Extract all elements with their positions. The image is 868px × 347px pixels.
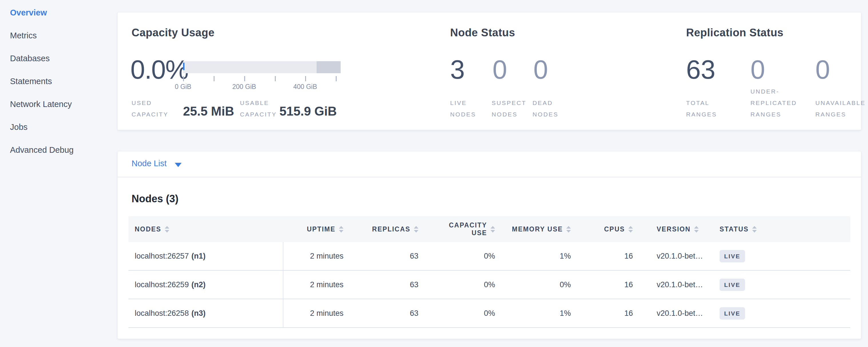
uptime-cell: 2 minutes <box>283 242 343 270</box>
column-header-nodes[interactable]: NODES <box>128 216 283 242</box>
unavailable-ranges-label: UNAVAILABLE RANGES <box>815 97 868 120</box>
gauge-tick <box>214 76 215 81</box>
replicas-cell: 63 <box>343 299 418 327</box>
used-capacity-value: 25.5 MiB <box>183 104 234 119</box>
capacity-use-cell: 0% <box>418 271 495 298</box>
cpus-cell: 16 <box>571 299 633 327</box>
capacity-gauge-track <box>183 61 341 73</box>
column-header-version[interactable]: VERSION <box>633 216 718 242</box>
status-cell: LIVE <box>718 242 850 270</box>
node-list-card: Node List Nodes (3) NODES UPTIME REPLICA… <box>117 151 861 339</box>
uptime-cell: 2 minutes <box>283 271 343 298</box>
sort-icon[interactable] <box>628 226 633 232</box>
replicas-cell: 63 <box>343 242 418 270</box>
uptime-cell: 2 minutes <box>283 299 343 327</box>
memory-use-cell: 1% <box>495 299 571 327</box>
capacity-use-cell: 0% <box>418 242 495 270</box>
table-row: localhost:26258(n3) 2 minutes 63 0% 1% 1… <box>128 299 850 328</box>
gauge-tick-label: 0 GiB <box>175 83 191 91</box>
total-ranges-label: TOTAL RANGES <box>686 97 732 120</box>
column-header-memory-use[interactable]: MEMORY USE <box>495 216 571 242</box>
gauge-tick <box>305 76 306 81</box>
capacity-usage-title: Capacity Usage <box>131 27 215 39</box>
column-header-status[interactable]: STATUS <box>718 216 850 242</box>
dead-nodes-label: DEAD NODES <box>532 97 571 120</box>
capacity-use-cell: 0% <box>418 299 495 327</box>
column-header-cpus[interactable]: CPUS <box>571 216 633 242</box>
sort-icon[interactable] <box>414 226 418 232</box>
nodes-table: NODES UPTIME REPLICAS CAPACITY USE MEMOR… <box>128 216 850 328</box>
capacity-gauge-ticks <box>183 76 341 83</box>
sidebar-item-overview[interactable]: Overview <box>10 8 107 31</box>
sidebar-item-metrics[interactable]: Metrics <box>10 31 107 54</box>
unavailable-ranges-count: 0 <box>815 55 830 84</box>
capacity-gauge: 0 GiB200 GiB400 GiB <box>183 61 341 92</box>
suspect-nodes-label: SUSPECT NODES <box>492 97 532 120</box>
sidebar-item-statements[interactable]: Statements <box>10 76 107 99</box>
gauge-tick <box>244 76 245 81</box>
nodes-table-header: NODES UPTIME REPLICAS CAPACITY USE MEMOR… <box>128 216 850 242</box>
node-status-title: Node Status <box>450 27 515 39</box>
sidebar: Overview Metrics Databases Statements Ne… <box>10 8 107 168</box>
under-replicated-ranges-label: UNDER-REPLICATED RANGES <box>750 86 812 120</box>
version-cell: v20.1.0-bet… <box>633 242 718 270</box>
under-replicated-ranges-count: 0 <box>750 55 765 84</box>
status-badge: LIVE <box>719 250 745 262</box>
usable-capacity-value: 515.9 GiB <box>279 104 337 119</box>
memory-use-cell: 0% <box>495 271 571 298</box>
sort-icon[interactable] <box>566 226 571 232</box>
node-list-dropdown[interactable]: Node List <box>118 151 861 177</box>
sort-icon[interactable] <box>694 226 699 232</box>
version-cell: v20.1.0-bet… <box>633 271 718 298</box>
sidebar-item-databases[interactable]: Databases <box>10 54 107 76</box>
dead-nodes-count: 0 <box>533 55 548 84</box>
node-link[interactable]: localhost:26257(n1) <box>128 242 283 270</box>
version-cell: v20.1.0-bet… <box>633 299 718 327</box>
nodes-table-title: Nodes (3) <box>131 193 179 205</box>
sort-icon[interactable] <box>491 226 495 232</box>
node-list-dropdown-label: Node List <box>131 159 167 168</box>
node-link[interactable]: localhost:26259(n2) <box>128 271 283 298</box>
sort-icon[interactable] <box>339 226 343 232</box>
capacity-gauge-other-segment <box>317 61 341 73</box>
used-capacity-label: USED CAPACITY <box>131 97 182 120</box>
capacity-gauge-labels: 0 GiB200 GiB400 GiB <box>183 83 341 92</box>
gauge-tick-label: 400 GiB <box>293 83 317 91</box>
sidebar-item-network-latency[interactable]: Network Latency <box>10 99 107 122</box>
sort-icon[interactable] <box>752 226 757 232</box>
cpus-cell: 16 <box>571 271 633 298</box>
replication-status-title: Replication Status <box>686 27 784 39</box>
gauge-tick <box>336 76 337 81</box>
column-header-replicas[interactable]: REPLICAS <box>343 216 418 242</box>
chevron-down-icon <box>175 163 182 167</box>
status-cell: LIVE <box>718 271 850 298</box>
live-nodes-count: 3 <box>450 55 465 84</box>
status-badge: LIVE <box>719 279 745 291</box>
nodes-table-body: localhost:26257(n1) 2 minutes 63 0% 1% 1… <box>128 242 850 328</box>
column-header-capacity-use[interactable]: CAPACITY USE <box>418 216 495 242</box>
capacity-gauge-used-marker <box>183 63 184 70</box>
status-badge: LIVE <box>719 307 745 319</box>
gauge-tick <box>183 76 184 81</box>
node-link[interactable]: localhost:26258(n3) <box>128 299 283 327</box>
replicas-cell: 63 <box>343 271 418 298</box>
sort-icon[interactable] <box>165 226 169 232</box>
suspect-nodes-count: 0 <box>493 55 507 84</box>
sidebar-item-advanced-debug[interactable]: Advanced Debug <box>10 145 107 168</box>
cluster-summary-card: Capacity Usage 0.0% 0 GiB200 GiB400 GiB … <box>117 12 861 130</box>
memory-use-cell: 1% <box>495 242 571 270</box>
sidebar-item-jobs[interactable]: Jobs <box>10 122 107 145</box>
total-ranges-count: 63 <box>686 55 715 84</box>
gauge-tick-label: 200 GiB <box>232 83 256 91</box>
status-cell: LIVE <box>718 299 850 327</box>
live-nodes-label: LIVE NODES <box>450 97 489 120</box>
cpus-cell: 16 <box>571 242 633 270</box>
gauge-tick <box>275 76 276 81</box>
capacity-used-percent: 0.0% <box>130 55 188 84</box>
table-row: localhost:26259(n2) 2 minutes 63 0% 0% 1… <box>128 271 850 299</box>
column-header-uptime[interactable]: UPTIME <box>283 216 343 242</box>
table-row: localhost:26257(n1) 2 minutes 63 0% 1% 1… <box>128 242 850 271</box>
